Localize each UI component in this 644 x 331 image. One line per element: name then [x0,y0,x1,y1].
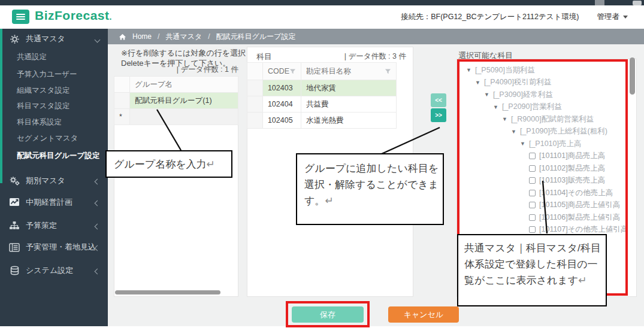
expand-triangle-icon[interactable]: ▼ [511,129,516,135]
tree-node-label: [_P3090]経常利益 [493,90,553,100]
app-header: BizForecast. 接続先：BF(PG12_BCテンプレート2112テスト… [0,5,644,29]
save-button[interactable]: 保存 [292,306,364,323]
tree-node-label: [_P1010]売上高 [529,139,582,149]
user-menu[interactable]: 管理者 [597,12,628,22]
subject-name-cell[interactable]: 水道光熱費 [301,113,397,129]
sidebar-section-midterm-plan[interactable]: 中期経営計画 [0,195,108,210]
subject-row[interactable]: 102403 地代家賃 [247,80,397,96]
gear-icon [8,34,20,44]
cancel-button[interactable]: キャンセル [388,306,459,323]
tree-branch[interactable]: ▼[_P4090]税引前利益 [466,77,623,89]
sidebar-item-account-structure[interactable]: 科目体系設定 [17,117,107,128]
new-row-marker: * [114,109,130,125]
sidebar-section-label: 中期経営計画 [26,197,72,208]
return-mark: ↵ [207,158,215,171]
expand-triangle-icon[interactable]: ▼ [466,67,471,73]
subject-name-cell[interactable]: 共益費 [301,96,397,113]
expand-triangle-icon[interactable]: ▼ [520,141,525,147]
filter-icon[interactable] [385,68,391,75]
row-selector-cell[interactable] [247,96,263,113]
tree-branch[interactable]: ▼[_P5090]当期利益 [466,64,623,77]
expand-triangle-icon[interactable]: ▼ [484,92,489,98]
subject-code-cell[interactable]: 102405 [262,113,301,129]
group-new-row[interactable]: * [114,109,238,125]
tree-node-label: [101102]製品売上高 [539,163,605,174]
tree-leaf[interactable]: [101103]販売売上高 [466,175,623,187]
sidebar-section-common-master[interactable]: 共通マスタ [0,31,108,47]
sidebar-item-account-master[interactable]: 科目マスタ設定 [17,101,107,112]
tree-node-label: [101106]製品売上値引高 [539,212,620,223]
subject-code-cell[interactable]: 102404 [262,96,301,113]
sidebar-section-budget-planning[interactable]: 予算策定 [0,218,108,233]
subject-panel-title: 科目 [256,51,272,62]
group-table: グループ名 配賦元科目グループ(1) * [114,76,238,125]
expand-triangle-icon[interactable]: ▼ [493,104,498,110]
checkbox[interactable] [529,177,536,184]
checkbox[interactable] [529,202,536,208]
group-name-column-header[interactable]: グループ名 [129,77,238,93]
subject-row[interactable]: 102405 水道光熱費 [247,113,397,129]
tree-node-label: [_P4090]税引前利益 [484,77,552,87]
code-column-header[interactable]: CODE [262,63,301,80]
sidebar-item-segment-master[interactable]: セグメントマスタ [17,133,107,144]
row-selector-cell[interactable] [247,113,263,129]
group-name-cell[interactable]: 配賦元科目グループ(1) [129,93,238,109]
move-left-button[interactable]: << [431,93,446,107]
breadcrumb-home[interactable]: Home [132,32,152,41]
tree-node-label: [101107]その他売上値引高 [539,224,628,235]
checkbox[interactable] [529,165,536,172]
callout-select-subjects: グループに追加したい科目を選択・解除することができます。↵ [296,153,444,225]
sidebar-item-allocation-source-group[interactable]: 配賦元科目グループ設定 [17,151,107,162]
row-selector-cell[interactable] [114,93,130,109]
subject-name-cell[interactable]: 地代家賃 [301,80,397,96]
subject-code-cell[interactable]: 102403 [262,80,301,96]
tree-node-label: [101103]販売売上高 [539,175,605,186]
return-mark: ↵ [325,195,333,207]
tree-node-label: [101104]その他売上高 [539,188,613,198]
subject-row[interactable]: 102404 共益費 [247,96,397,113]
callout-tree-info: 共通マスタ｜科目マスタ/科目体系設定で登録した科目の一覧がここに表示されます↵ [457,234,607,306]
move-right-button[interactable]: >> [431,108,446,122]
expand-triangle-icon[interactable]: ▼ [502,116,507,122]
callout-group-name: グループ名称を入力↵ [105,150,232,178]
account-name-column-header[interactable]: 勘定科目名称 [301,63,397,80]
row-selector-header [114,77,130,93]
database-icon [8,266,20,276]
app-logo: BizForecast. [35,8,112,23]
sitemap-icon [8,221,20,230]
tree-leaf[interactable]: [101104]その他売上高 [466,187,623,199]
tree-branch[interactable]: ▼[_P1010]売上高 [466,138,623,150]
horizontal-scrollbar[interactable] [115,290,220,294]
checkbox[interactable] [529,153,536,159]
expand-triangle-icon[interactable]: ▼ [475,80,480,86]
tree-branch[interactable]: ▼[_P2090]営業利益 [466,101,623,114]
group-row[interactable]: 配賦元科目グループ(1) [114,93,238,109]
tree-branch[interactable]: ▼[_P3090]経常利益 [466,89,623,101]
subject-data-count: | データ件数 : 3 件 [323,51,406,62]
sidebar-section-system-settings[interactable]: システム設定 [0,263,108,278]
row-selector-cell[interactable] [247,80,263,96]
checkbox[interactable] [529,214,536,221]
sidebar-section-period-master[interactable]: 期別マスタ [0,173,108,189]
chevron-left-icon [95,220,99,231]
tree-node-label: [_P5090]当期利益 [475,65,535,75]
filter-icon[interactable] [289,68,296,75]
sidebar-section-actual-management[interactable]: 予実管理・着地見込 [0,239,108,255]
tree-branch[interactable]: ▼[_R9000]配賦前営業利益 [466,113,623,126]
checkbox[interactable] [529,226,536,233]
tree-leaf[interactable]: [101105]商品売上値引高 [466,199,623,212]
tree-node-label: [101105]商品売上値引高 [539,200,620,210]
vertical-scrollbar[interactable] [630,57,635,95]
breadcrumb-common-master[interactable]: 共通マスタ [165,32,202,42]
tree-branch[interactable]: ▼[_P1090]売上総利益(粗利) [466,126,623,138]
checkbox[interactable] [529,190,536,196]
tree-leaf[interactable]: [101102]製品売上高 [466,162,623,175]
group-name-input-cell[interactable] [129,109,238,125]
sidebar-item-org-master[interactable]: 組織マスタ設定 [17,86,107,96]
tree-leaf[interactable]: [101101]商品売上高 [466,150,623,163]
gears-icon [8,176,20,186]
tree-leaf[interactable]: [101106]製品売上値引高 [466,211,623,224]
hamburger-menu-icon[interactable] [12,10,29,24]
sidebar-item-budget-input-users[interactable]: 予算入力ユーザー [17,69,107,80]
sidebar-item-common-settings[interactable]: 共通設定 [17,52,107,63]
